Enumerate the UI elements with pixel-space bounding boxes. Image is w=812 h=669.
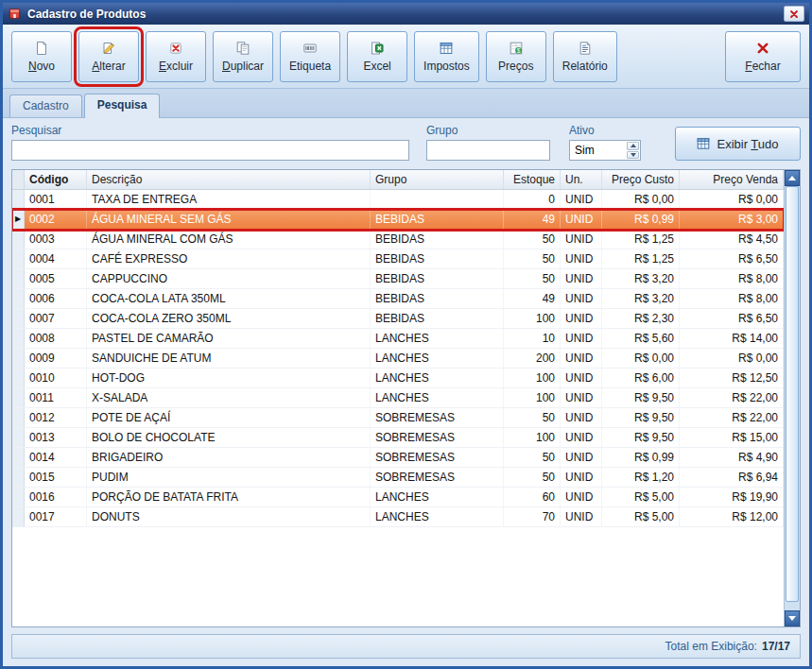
cell-price: R$ 12,00: [680, 507, 784, 526]
table-row[interactable]: ▶0002ÁGUA MINERAL SEM GÁSBEBIDAS49UNIDR$…: [12, 210, 784, 230]
table-row[interactable]: 0011X-SALADALANCHES100UNIDR$ 9,50R$ 22,0…: [12, 388, 784, 408]
row-indicator-cell: [12, 369, 25, 387]
cell-group: BEBIDAS: [371, 309, 504, 328]
table-row[interactable]: 0013BOLO DE CHOCOLATESOBREMESAS100UNIDR$…: [12, 428, 784, 448]
column-header-cost[interactable]: Preço Custo: [602, 170, 680, 189]
row-indicator-cell: ▶: [12, 210, 25, 229]
cell-group: BEBIDAS: [371, 289, 504, 308]
products-grid: CódigoDescriçãoGrupoEstoqueUn.Preço Cust…: [11, 169, 801, 627]
cell-stock: 0: [504, 190, 561, 209]
stepper-up-button[interactable]: [627, 142, 639, 150]
scroll-thumb[interactable]: [786, 186, 799, 602]
tab-cadastro[interactable]: Cadastro: [9, 94, 82, 117]
toolbar-button-label: Fechar: [745, 60, 780, 73]
cell-desc: PORÇÃO DE BATATA FRITA: [87, 488, 371, 506]
table-row[interactable]: 0007COCA-COLA ZERO 350MLBEBIDAS100UNIDR$…: [12, 309, 784, 329]
cell-cost: R$ 9,50: [602, 388, 680, 407]
chevron-up-icon: [631, 144, 636, 147]
cell-price: R$ 0,00: [680, 349, 784, 368]
row-indicator-cell: [12, 249, 25, 268]
cell-desc: SANDUICHE DE ATUM: [87, 349, 371, 368]
table-row[interactable]: 0004CAFÉ EXPRESSOBEBIDAS50UNIDR$ 1,25R$ …: [12, 249, 784, 269]
cell-unit: UNID: [561, 488, 602, 506]
stepper-down-button[interactable]: [627, 151, 639, 160]
cell-price: R$ 8,00: [680, 269, 784, 288]
toolbar-button-label: Duplicar: [222, 60, 264, 73]
search-input[interactable]: [11, 140, 409, 161]
fechar-button[interactable]: Fechar: [725, 31, 801, 82]
table-row[interactable]: 0008PASTEL DE CAMARÃOLANCHES10UNIDR$ 5,6…: [12, 329, 784, 349]
table-row[interactable]: 0006COCA-COLA LATA 350MLBEBIDAS49UNIDR$ …: [12, 289, 784, 309]
cell-group: [371, 190, 504, 209]
cell-cost: R$ 1,25: [602, 230, 680, 249]
table-row[interactable]: 0015PUDIMSOBREMESAS50UNIDR$ 1,20R$ 6,94: [12, 468, 784, 488]
tab-pesquisa[interactable]: Pesquisa: [84, 94, 161, 118]
cell-price: R$ 14,00: [680, 329, 784, 348]
table-row[interactable]: 0009SANDUICHE DE ATUMLANCHES200UNIDR$ 0,…: [12, 349, 784, 369]
cell-desc: COCA-COLA LATA 350ML: [87, 289, 371, 308]
cell-code: 0014: [25, 448, 87, 467]
cell-cost: R$ 3,20: [602, 269, 680, 288]
cell-price: R$ 6,94: [680, 468, 784, 487]
table-row[interactable]: 0016PORÇÃO DE BATATA FRITALANCHES60UNIDR…: [12, 488, 784, 507]
novo-button[interactable]: Novo: [11, 31, 72, 82]
excluir-button[interactable]: Excluir: [146, 31, 206, 82]
table-row[interactable]: 0003ÁGUA MINERAL COM GÁSBEBIDAS50UNIDR$ …: [12, 230, 784, 249]
active-filter-select[interactable]: Sim: [569, 140, 641, 161]
grid-main: CódigoDescriçãoGrupoEstoqueUn.Preço Cust…: [12, 170, 784, 626]
alterar-button[interactable]: Alterar: [78, 31, 139, 82]
cell-group: SOBREMESAS: [371, 468, 504, 487]
search-filter-group: Pesquisar: [11, 124, 409, 161]
cell-cost: R$ 0,99: [602, 448, 680, 467]
cell-price: R$ 6,50: [680, 309, 784, 328]
etiqueta-button[interactable]: Etiqueta: [280, 31, 340, 82]
cell-cost: R$ 0,00: [602, 190, 680, 209]
relatorio-button[interactable]: Relatório: [553, 31, 617, 82]
cell-group: SOBREMESAS: [371, 408, 504, 427]
group-filter-input[interactable]: [426, 140, 550, 161]
precos-button[interactable]: $Preços: [486, 31, 546, 82]
cell-group: LANCHES: [371, 488, 504, 506]
table-row[interactable]: 0001TAXA DE ENTREGA0UNIDR$ 0,00R$ 0,00: [12, 190, 784, 210]
window-close-button[interactable]: [784, 6, 804, 22]
column-header-code[interactable]: Código: [25, 170, 87, 189]
table-row[interactable]: 0005CAPPUCCINOBEBIDAS50UNIDR$ 3,20R$ 8,0…: [12, 269, 784, 289]
cell-cost: R$ 9,50: [602, 408, 680, 427]
duplicar-button[interactable]: Duplicar: [213, 31, 273, 82]
cell-code: 0003: [25, 230, 87, 249]
impostos-button[interactable]: Impostos: [414, 31, 479, 82]
cell-group: BEBIDAS: [371, 210, 504, 229]
vertical-scrollbar[interactable]: [784, 170, 800, 626]
cell-stock: 50: [504, 269, 561, 288]
excel-button[interactable]: Excel: [347, 31, 407, 82]
show-all-button[interactable]: Exibir Tudo: [675, 127, 801, 161]
group-label: Grupo: [426, 124, 550, 137]
cell-price: R$ 22,00: [680, 388, 784, 407]
cell-price: R$ 8,00: [680, 289, 784, 308]
scroll-track[interactable]: [785, 186, 800, 610]
column-header-stock[interactable]: Estoque: [504, 170, 561, 189]
toolbar-button-label: Excluir: [159, 60, 193, 73]
tab-bar: CadastroPesquisa: [3, 89, 809, 117]
cell-desc: X-SALADA: [87, 388, 371, 407]
row-indicator-cell: [12, 408, 25, 427]
column-header-group[interactable]: Grupo: [371, 170, 504, 189]
table-row[interactable]: 0010HOT-DOGLANCHES100UNIDR$ 6,00R$ 12,50: [12, 369, 784, 388]
cell-stock: 100: [504, 388, 561, 407]
scroll-down-button[interactable]: [785, 610, 800, 626]
column-header-desc[interactable]: Descrição: [87, 170, 371, 189]
active-filter-value: Sim: [570, 144, 626, 157]
scroll-up-button[interactable]: [785, 170, 800, 186]
column-header-unit[interactable]: Un.: [561, 170, 602, 189]
cell-desc: HOT-DOG: [87, 369, 371, 387]
table-row[interactable]: 0014BRIGADEIROSOBREMESAS50UNIDR$ 0,99R$ …: [12, 448, 784, 468]
table-row[interactable]: 0017DONUTSLANCHES70UNIDR$ 5,00R$ 12,00: [12, 507, 784, 527]
cell-stock: 100: [504, 369, 561, 387]
cell-desc: BOLO DE CHOCOLATE: [87, 428, 371, 447]
cell-code: 0010: [25, 369, 87, 387]
row-indicator-cell: [12, 190, 25, 209]
cell-desc: POTE DE AÇAÍ: [87, 408, 371, 427]
table-row[interactable]: 0012POTE DE AÇAÍSOBREMESAS50UNIDR$ 9,50R…: [12, 408, 784, 428]
column-header-price[interactable]: Preço Venda: [680, 170, 784, 189]
status-label: Total em Exibição:: [665, 640, 757, 653]
